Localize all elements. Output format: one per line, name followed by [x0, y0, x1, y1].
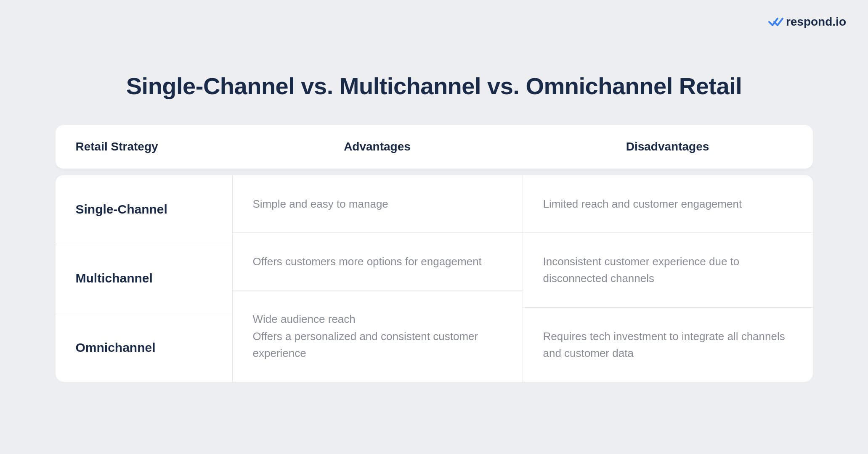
logo-icon: [768, 15, 783, 29]
disadvantage-text-single: Limited reach and customer engagement: [543, 195, 742, 212]
table-row-omnichannel-strategy: Omnichannel: [56, 313, 232, 382]
header-disadvantages: Disadvantages: [523, 125, 813, 169]
strategy-label-single: Single-Channel: [76, 202, 167, 216]
logo-text: respond.io: [786, 15, 846, 29]
table-row-multichannel-strategy: Multichannel: [56, 244, 232, 313]
advantage-text-omni: Wide audience reachOffers a personalized…: [253, 311, 502, 362]
comparison-table: Retail Strategy Advantages Disadvantages…: [56, 125, 813, 382]
strategy-column: Single-Channel Multichannel Omnichannel: [56, 175, 232, 382]
strategy-label-omni: Omnichannel: [76, 340, 156, 355]
table-row-omnichannel-advantage: Wide audience reachOffers a personalized…: [233, 290, 523, 382]
table-body: Single-Channel Multichannel Omnichannel …: [56, 175, 813, 382]
advantage-text-multi: Offers customers more options for engage…: [253, 253, 482, 270]
table-row-single-channel-disadvantage: Limited reach and customer engagement: [523, 175, 813, 233]
disadvantages-column: Limited reach and customer engagement In…: [523, 175, 813, 382]
advantages-column: Simple and easy to manage Offers custome…: [232, 175, 523, 382]
advantage-text-single: Simple and easy to manage: [253, 195, 388, 212]
page-title: Single-Channel vs. Multichannel vs. Omni…: [126, 72, 742, 100]
table-header-row: Retail Strategy Advantages Disadvantages: [56, 125, 813, 169]
disadvantage-text-multi: Inconsistent customer experience due to …: [543, 253, 793, 287]
logo: respond.io: [768, 15, 846, 29]
disadvantage-text-omni: Requires tech investment to integrate al…: [543, 328, 793, 362]
table-row-single-channel-strategy: Single-Channel: [56, 175, 232, 244]
header-advantages: Advantages: [232, 125, 523, 169]
table-row-multichannel-advantage: Offers customers more options for engage…: [233, 233, 523, 290]
table-row-multichannel-disadvantage: Inconsistent customer experience due to …: [523, 233, 813, 308]
header-strategy: Retail Strategy: [56, 125, 232, 169]
table-row-omnichannel-disadvantage: Requires tech investment to integrate al…: [523, 308, 813, 382]
table-row-single-channel-advantage: Simple and easy to manage: [233, 175, 523, 233]
strategy-label-multi: Multichannel: [76, 271, 153, 285]
